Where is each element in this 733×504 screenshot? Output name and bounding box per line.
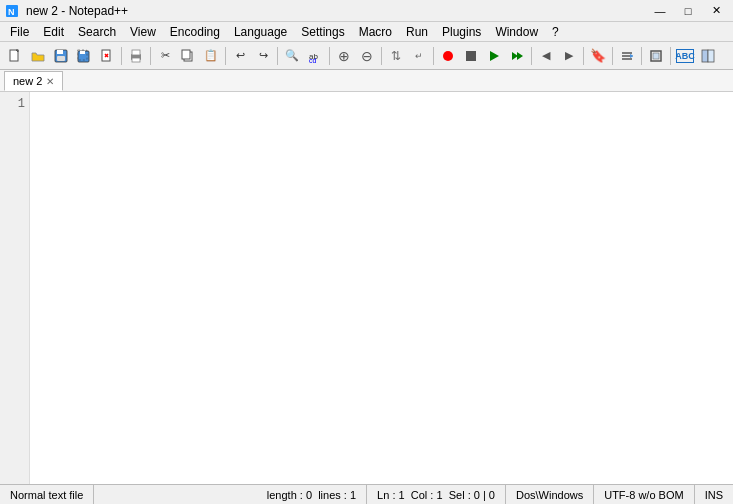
run-macro-multiple-button[interactable] [506, 45, 528, 67]
tab-close-icon[interactable]: ✕ [46, 76, 54, 87]
fullscreen-button[interactable] [645, 45, 667, 67]
sync-scroll-button[interactable]: ⇅ [385, 45, 407, 67]
svg-rect-15 [132, 58, 140, 62]
undo-button[interactable]: ↩ [229, 45, 251, 67]
svg-marker-28 [630, 54, 633, 58]
close-tab-icon [99, 48, 115, 64]
replace-button[interactable]: ab cd [304, 45, 326, 67]
bookmark-icon: 🔖 [590, 48, 606, 64]
svg-rect-2 [10, 50, 18, 61]
sync-icon: ⇅ [388, 48, 404, 64]
separator-7 [433, 47, 434, 65]
window-controls: — □ ✕ [647, 2, 729, 20]
zoom-out-icon: ⊖ [359, 48, 375, 64]
editor-container: 1 [0, 92, 733, 484]
menu-item-macro[interactable]: Macro [353, 23, 398, 41]
line-numbers: 1 [0, 92, 30, 484]
tab-bar: new 2 ✕ [0, 70, 733, 92]
new-icon [7, 48, 23, 64]
document-map-button[interactable] [697, 45, 719, 67]
find-icon: 🔍 [284, 48, 300, 64]
close-tab-button[interactable] [96, 45, 118, 67]
menu-item-run[interactable]: Run [400, 23, 434, 41]
svg-rect-8 [80, 51, 85, 54]
playback-icon [486, 48, 502, 64]
word-wrap-button[interactable]: ↵ [408, 45, 430, 67]
menu-item-file[interactable]: File [4, 23, 35, 41]
record-macro-button[interactable] [437, 45, 459, 67]
separator-10 [612, 47, 613, 65]
status-position: Ln : 1 Col : 1 Sel : 0 | 0 [367, 485, 506, 504]
replace-icon: ab cd [307, 48, 323, 64]
undo-icon: ↩ [232, 48, 248, 64]
redo-button[interactable]: ↪ [252, 45, 274, 67]
separator-1 [121, 47, 122, 65]
menu-item-edit[interactable]: Edit [37, 23, 70, 41]
tab-new2[interactable]: new 2 ✕ [4, 71, 63, 91]
function-list-button[interactable] [616, 45, 638, 67]
stop-macro-button[interactable] [460, 45, 482, 67]
menu-item-encoding[interactable]: Encoding [164, 23, 226, 41]
record-icon [440, 48, 456, 64]
separator-2 [150, 47, 151, 65]
separator-8 [531, 47, 532, 65]
svg-marker-22 [490, 51, 499, 61]
prev-bookmark-button[interactable]: ◀ [535, 45, 557, 67]
cut-icon: ✂ [157, 48, 173, 64]
menu-item-language[interactable]: Language [228, 23, 293, 41]
open-button[interactable] [27, 45, 49, 67]
menu-item-settings[interactable]: Settings [295, 23, 350, 41]
new-button[interactable] [4, 45, 26, 67]
playback-macro-button[interactable] [483, 45, 505, 67]
spellcheck-button[interactable]: ABC [674, 45, 696, 67]
menu-item-window[interactable]: Window [489, 23, 544, 41]
svg-text:N: N [8, 7, 15, 17]
minimize-button[interactable]: — [647, 2, 673, 20]
print-button[interactable] [125, 45, 147, 67]
print-icon [128, 48, 144, 64]
copy-icon [180, 48, 196, 64]
prev-bookmark-icon: ◀ [538, 48, 554, 64]
svg-rect-6 [57, 56, 65, 61]
copy-button[interactable] [177, 45, 199, 67]
separator-6 [381, 47, 382, 65]
status-encoding: UTF-8 w/o BOM [594, 485, 694, 504]
paste-icon: 📋 [203, 48, 219, 64]
close-button[interactable]: ✕ [703, 2, 729, 20]
open-icon [30, 48, 46, 64]
title-bar-left: N new 2 - Notepad++ [4, 3, 128, 19]
menu-item-help[interactable]: ? [546, 23, 565, 41]
title-bar: N new 2 - Notepad++ — □ ✕ [0, 0, 733, 22]
maximize-button[interactable]: □ [675, 2, 701, 20]
spellcheck-icon: ABC [676, 49, 694, 63]
svg-point-20 [443, 51, 453, 61]
find-button[interactable]: 🔍 [281, 45, 303, 67]
app-icon: N [4, 3, 20, 19]
menu-item-search[interactable]: Search [72, 23, 122, 41]
toolbar: ✂ 📋 ↩ ↪ 🔍 ab cd ⊕ ⊖ [0, 42, 733, 70]
paste-button[interactable]: 📋 [200, 45, 222, 67]
status-ins: INS [695, 485, 733, 504]
menu-item-view[interactable]: View [124, 23, 162, 41]
zoom-in-button[interactable]: ⊕ [333, 45, 355, 67]
redo-icon: ↪ [255, 48, 271, 64]
save-all-button[interactable] [73, 45, 95, 67]
separator-4 [277, 47, 278, 65]
zoom-in-icon: ⊕ [336, 48, 352, 64]
bookmark-toggle-button[interactable]: 🔖 [587, 45, 609, 67]
editor-textarea[interactable] [30, 92, 733, 484]
save-all-icon [76, 48, 92, 64]
status-eol: Dos\Windows [506, 485, 594, 504]
zoom-out-button[interactable]: ⊖ [356, 45, 378, 67]
cut-button[interactable]: ✂ [154, 45, 176, 67]
tab-label: new 2 [13, 75, 42, 87]
status-bar: Normal text file length : 0 lines : 1 Ln… [0, 484, 733, 504]
next-bookmark-button[interactable]: ▶ [558, 45, 580, 67]
save-icon [53, 48, 69, 64]
run-macro-multiple-icon [509, 48, 525, 64]
save-button[interactable] [50, 45, 72, 67]
separator-11 [641, 47, 642, 65]
menu-item-plugins[interactable]: Plugins [436, 23, 487, 41]
document-map-icon [700, 48, 716, 64]
svg-rect-17 [182, 50, 190, 59]
